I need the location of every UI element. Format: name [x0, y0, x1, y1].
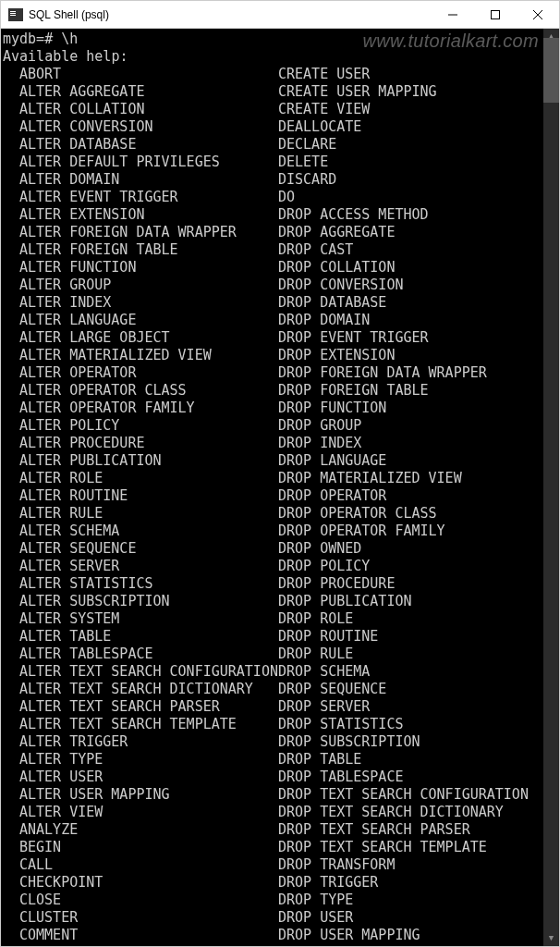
- help-item: ALTER POLICY: [19, 417, 278, 435]
- help-item: DROP EVENT TRIGGER: [278, 329, 557, 347]
- help-item: DROP FUNCTION: [278, 400, 557, 417]
- help-item: DROP ROUTINE: [278, 628, 557, 646]
- help-item: ALTER SCHEMA: [19, 523, 278, 540]
- help-item: ABORT: [19, 66, 278, 83]
- help-item: DROP RULE: [278, 646, 557, 663]
- help-item: ALTER OPERATOR FAMILY: [19, 400, 278, 417]
- help-item: ALTER AGGREGATE: [19, 83, 278, 101]
- help-item: DROP DATABASE: [278, 294, 557, 312]
- help-item: DROP TEXT SEARCH CONFIGURATION: [278, 786, 557, 804]
- help-item: ALTER EXTENSION: [19, 206, 278, 224]
- help-item: DROP MATERIALIZED VIEW: [278, 470, 557, 487]
- help-item: DROP TEXT SEARCH PARSER: [278, 821, 557, 839]
- help-item: ALTER INDEX: [19, 294, 278, 312]
- help-item: DROP CAST: [278, 241, 557, 259]
- help-item: ALTER TRIGGER: [19, 733, 278, 751]
- help-item: ALTER OPERATOR CLASS: [19, 382, 278, 400]
- help-item: ALTER LARGE OBJECT: [19, 329, 278, 347]
- watermark-text: www.tutorialkart.com: [363, 32, 540, 50]
- help-item: CREATE USER: [278, 66, 557, 83]
- help-item: CREATE USER MAPPING: [278, 83, 557, 101]
- help-item: DELETE: [278, 154, 557, 171]
- scrollbar-thumb[interactable]: [543, 38, 559, 103]
- help-item: ALTER TEXT SEARCH TEMPLATE: [19, 716, 278, 733]
- help-item: ALTER EVENT TRIGGER: [19, 189, 278, 206]
- help-item: DROP DOMAIN: [278, 312, 557, 329]
- help-item: DROP TEXT SEARCH TEMPLATE: [278, 839, 557, 856]
- help-item: ANALYZE: [19, 821, 278, 839]
- help-item: DROP USER: [278, 909, 557, 927]
- help-item: DROP OPERATOR CLASS: [278, 505, 557, 523]
- help-item: DROP EXTENSION: [278, 347, 557, 364]
- help-item: ALTER DEFAULT PRIVILEGES: [19, 154, 278, 171]
- help-item: ALTER DOMAIN: [19, 171, 278, 189]
- help-item: DROP OPERATOR FAMILY: [278, 523, 557, 540]
- svg-rect-1: [492, 10, 500, 18]
- window-controls: [432, 1, 559, 28]
- help-item: DROP PUBLICATION: [278, 593, 557, 610]
- help-item: DROP SEQUENCE: [278, 681, 557, 698]
- help-item: DROP POLICY: [278, 558, 557, 575]
- minimize-button[interactable]: [432, 1, 474, 28]
- help-item: DISCARD: [278, 171, 557, 189]
- help-item: ALTER GROUP: [19, 277, 278, 294]
- help-item: DROP OPERATOR: [278, 487, 557, 505]
- maximize-button[interactable]: [474, 1, 517, 28]
- help-item: DROP STATISTICS: [278, 716, 557, 733]
- scrollbar-down-button[interactable]: ▼: [543, 930, 559, 946]
- help-item: DROP TABLE: [278, 751, 557, 769]
- help-item: DECLARE: [278, 136, 557, 154]
- help-item: DROP TRANSFORM: [278, 856, 557, 874]
- help-item: DROP TEXT SEARCH DICTIONARY: [278, 804, 557, 821]
- help-column-2: CREATE USERCREATE USER MAPPINGCREATE VIE…: [278, 66, 557, 944]
- help-item: DROP FOREIGN TABLE: [278, 382, 557, 400]
- help-item: ALTER LANGUAGE: [19, 312, 278, 329]
- help-item: DROP CONVERSION: [278, 277, 557, 294]
- help-item: ALTER ROLE: [19, 470, 278, 487]
- help-item: DROP FOREIGN DATA WRAPPER: [278, 364, 557, 382]
- help-item: DROP GROUP: [278, 417, 557, 435]
- help-item: ALTER USER MAPPING: [19, 786, 278, 804]
- help-item: DROP COLLATION: [278, 259, 557, 277]
- help-item: DROP TRIGGER: [278, 874, 557, 892]
- help-item: DROP TABLESPACE: [278, 769, 557, 786]
- help-item: ALTER PUBLICATION: [19, 452, 278, 470]
- help-item: DROP ACCESS METHOD: [278, 206, 557, 224]
- help-item: DROP SUBSCRIPTION: [278, 733, 557, 751]
- help-item: CLOSE: [19, 892, 278, 909]
- help-item: CALL: [19, 856, 278, 874]
- help-item: ALTER CONVERSION: [19, 118, 278, 136]
- help-item: DEALLOCATE: [278, 118, 557, 136]
- help-item: DROP SCHEMA: [278, 663, 557, 681]
- help-item: ALTER COLLATION: [19, 101, 278, 118]
- help-item: COMMENT: [19, 927, 278, 944]
- terminal-area[interactable]: www.tutorialkart.com mydb=# \h Available…: [1, 29, 559, 946]
- help-item: ALTER RULE: [19, 505, 278, 523]
- help-item: ALTER SEQUENCE: [19, 540, 278, 558]
- help-item: DROP SERVER: [278, 698, 557, 716]
- help-item: DROP LANGUAGE: [278, 452, 557, 470]
- help-item: ALTER ROUTINE: [19, 487, 278, 505]
- help-item: ALTER FUNCTION: [19, 259, 278, 277]
- help-item: ALTER TYPE: [19, 751, 278, 769]
- help-item: CHECKPOINT: [19, 874, 278, 892]
- help-item: ALTER TEXT SEARCH PARSER: [19, 698, 278, 716]
- help-item: ALTER VIEW: [19, 804, 278, 821]
- help-item: DROP INDEX: [278, 435, 557, 452]
- help-item: DO: [278, 189, 557, 206]
- terminal-icon: [8, 8, 23, 21]
- help-item: ALTER SYSTEM: [19, 610, 278, 628]
- help-item: ALTER FOREIGN DATA WRAPPER: [19, 224, 278, 241]
- help-item: ALTER STATISTICS: [19, 575, 278, 593]
- help-item: ALTER SERVER: [19, 558, 278, 575]
- help-item: ALTER TEXT SEARCH DICTIONARY: [19, 681, 278, 698]
- help-item: DROP USER MAPPING: [278, 927, 557, 944]
- help-item: DROP AGGREGATE: [278, 224, 557, 241]
- help-item: ALTER TABLE: [19, 628, 278, 646]
- close-button[interactable]: [517, 1, 559, 28]
- help-item: ALTER PROCEDURE: [19, 435, 278, 452]
- help-item: ALTER OPERATOR: [19, 364, 278, 382]
- help-item: BEGIN: [19, 839, 278, 856]
- vertical-scrollbar[interactable]: ▲ ▼: [543, 29, 559, 946]
- help-item: CREATE VIEW: [278, 101, 557, 118]
